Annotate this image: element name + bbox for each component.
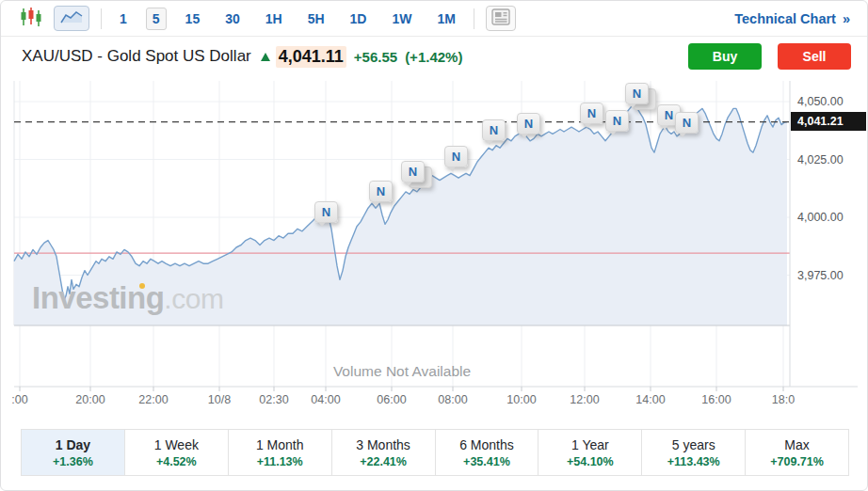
news-marker[interactable]: N — [580, 103, 603, 124]
timeframe-30[interactable]: 30 — [218, 8, 247, 30]
news-marker[interactable]: N — [401, 161, 425, 182]
period-change: +11.13% — [257, 455, 303, 468]
timeframe-1h[interactable]: 1H — [259, 8, 289, 30]
x-axis-label: 20:00 — [75, 393, 104, 406]
period-tab-1-day[interactable]: 1 Day+1.36% — [22, 430, 125, 475]
period-label: 1 Day — [56, 437, 90, 452]
x-axis-label: 18:0 — [772, 393, 795, 406]
x-axis-label: 08:00 — [438, 393, 467, 406]
period-change: +4.52% — [156, 455, 197, 468]
period-label: 5 years — [672, 437, 715, 452]
toolbar-divider — [101, 8, 102, 29]
period-change: +113.43% — [667, 455, 720, 468]
period-label: 1 Week — [154, 437, 199, 452]
news-marker[interactable]: N — [482, 119, 506, 141]
y-axis-label: 4,000.00 — [797, 211, 844, 224]
y-axis-label: 4,025.00 — [797, 153, 844, 166]
period-change: +35.41% — [463, 455, 510, 468]
period-tab-max[interactable]: Max+709.71% — [746, 430, 848, 475]
price-change-percent: (+1.42%) — [405, 49, 462, 65]
period-tab-1-year[interactable]: 1 Year+54.10% — [538, 430, 642, 475]
sell-button[interactable]: Sell — [778, 43, 851, 70]
toolbar-divider — [474, 8, 474, 29]
period-label: 6 Months — [459, 437, 514, 452]
news-panel-icon — [491, 8, 510, 28]
period-tab-6-months[interactable]: 6 Months+35.41% — [436, 430, 539, 475]
news-marker[interactable]: N — [625, 83, 649, 104]
x-axis-label: 10/8 — [208, 393, 231, 406]
x-axis-label: 04:00 — [311, 393, 340, 406]
price-change: +56.55 — [354, 49, 397, 65]
period-label: 1 Month — [256, 437, 304, 452]
x-axis-label: 10:00 — [506, 393, 536, 406]
news-marker[interactable]: N — [517, 113, 540, 135]
period-tab-5-years[interactable]: 5 years+113.43% — [642, 430, 746, 475]
instrument-title: XAU/USD - Gold Spot US Dollar — [22, 47, 251, 66]
timeframe-1[interactable]: 1 — [113, 8, 134, 30]
period-change: +709.71% — [770, 455, 824, 468]
period-label: 1 Year — [571, 437, 609, 452]
period-performance-bar: 1 Day+1.36%1 Week+4.52%1 Month+11.13%3 M… — [21, 429, 849, 476]
timeframe-1d[interactable]: 1D — [344, 8, 374, 30]
period-tab-3-months[interactable]: 3 Months+22.41% — [332, 430, 436, 475]
period-label: 3 Months — [356, 437, 410, 452]
last-price-axis-tag: 4,041.21 — [791, 112, 866, 131]
period-change: +22.41% — [360, 455, 407, 468]
price-up-arrow-icon — [261, 53, 270, 61]
news-marker[interactable]: N — [444, 146, 468, 167]
x-axis-label: 02:30 — [259, 393, 288, 406]
volume-message: Volume Not Available — [1, 363, 803, 380]
x-axis-label: 06:00 — [377, 393, 406, 406]
news-marker[interactable]: N — [605, 110, 629, 132]
area-chart-icon — [59, 8, 84, 28]
y-axis-label: 4,050.00 — [797, 95, 844, 108]
news-marker[interactable]: N — [369, 181, 393, 202]
x-axis-label: 14:00 — [635, 393, 665, 406]
technical-chart-label: Technical Chart — [734, 11, 836, 26]
news-marker[interactable]: N — [314, 201, 338, 223]
price-chart-canvas[interactable] — [1, 81, 868, 410]
technical-chart-link[interactable]: Technical Chart » — [734, 11, 854, 26]
area-chart-button[interactable] — [54, 6, 89, 31]
x-axis-label: 22:00 — [138, 393, 168, 406]
period-label: Max — [784, 437, 809, 452]
timeframe-15[interactable]: 15 — [179, 8, 207, 30]
news-panel-button[interactable] — [486, 6, 516, 31]
buy-button[interactable]: Buy — [688, 43, 762, 70]
instrument-header: XAU/USD - Gold Spot US Dollar 4,041.11 +… — [1, 37, 867, 76]
chart-toolbar: 1515301H5H1D1W1M Technical Chart » — [1, 1, 867, 37]
period-change: +1.36% — [53, 455, 93, 468]
watermark-suffix: .com — [164, 283, 223, 314]
watermark-dot-icon — [139, 283, 145, 289]
y-axis-label: 3,975.00 — [797, 269, 844, 282]
x-axis-label: 12:00 — [570, 393, 599, 406]
period-change: +54.10% — [567, 455, 614, 468]
period-tab-1-month[interactable]: 1 Month+11.13% — [229, 430, 332, 475]
chevron-right-icon: » — [843, 11, 850, 26]
candlestick-chart-icon — [20, 7, 42, 30]
last-price: 4,041.11 — [276, 46, 346, 68]
timeframe-group: 1515301H5H1D1W1M — [113, 8, 462, 30]
timeframe-5h[interactable]: 5H — [301, 8, 331, 30]
period-tab-1-week[interactable]: 1 Week+4.52% — [125, 430, 229, 475]
x-axis-label: 16:00 — [701, 393, 731, 406]
candlestick-chart-button[interactable] — [14, 6, 48, 31]
timeframe-5[interactable]: 5 — [146, 8, 167, 30]
x-axis-label: :00 — [11, 393, 27, 406]
news-marker[interactable]: N — [675, 112, 699, 134]
timeframe-1m[interactable]: 1M — [430, 8, 461, 30]
gold-chart-widget: 1515301H5H1D1W1M Technical Chart » XAU/U… — [0, 0, 868, 491]
investing-watermark: Investing.com — [32, 280, 223, 316]
timeframe-1w[interactable]: 1W — [385, 8, 418, 30]
